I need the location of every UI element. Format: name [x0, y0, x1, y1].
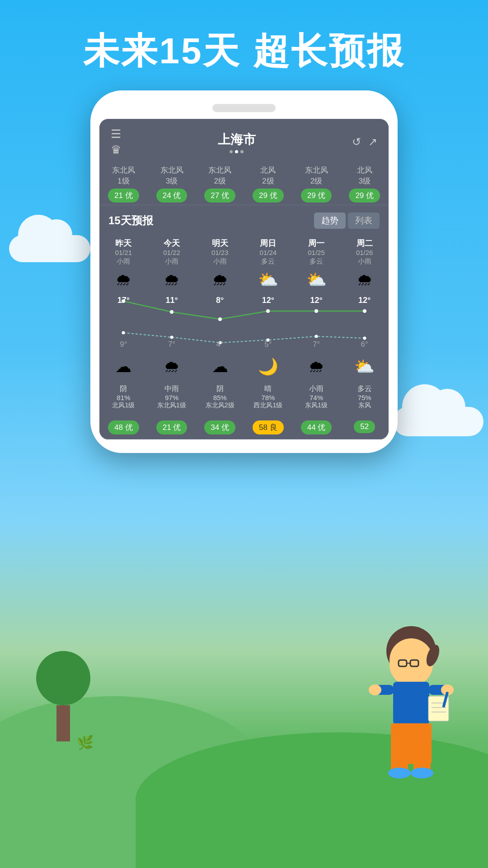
bottom-aqi-col-3: 34 优 — [196, 419, 244, 434]
bottom-aqi-badge-1: 48 优 — [108, 420, 139, 434]
wind-text-1: 东北风1级 — [99, 165, 148, 187]
city-name: 上海市 — [218, 131, 256, 148]
aqi-badge-4: 29 优 — [253, 189, 284, 203]
day-col-5: 周一 01/25 多云 — [292, 238, 341, 267]
bottom-weather-3: 阴 — [198, 384, 242, 394]
bottom-aqi-row: 48 优 21 优 34 优 58 良 44 优 52 — [99, 414, 389, 439]
svg-point-3 — [266, 309, 270, 313]
share-icon[interactable]: ↗ — [368, 136, 377, 148]
weather-icon-6: 🌧 — [340, 270, 389, 289]
bottom-wind-1: 北风1级 — [102, 401, 145, 410]
svg-point-11 — [363, 336, 366, 340]
day-col-6: 周二 01/26 小雨 — [340, 238, 389, 267]
bottom-col-6: 多云 75% 东风 — [340, 380, 389, 414]
temperature-chart: 17° 11° 8° 12° 12° 12° — [99, 293, 389, 352]
menu-icon[interactable]: ☰ — [111, 127, 121, 141]
character-svg — [361, 624, 461, 787]
forecast-header: 15天预报 趋势 列表 — [99, 205, 389, 234]
day-name-5: 周一 — [292, 238, 341, 249]
day-weather-5: 多云 — [292, 257, 341, 266]
svg-point-4 — [314, 309, 318, 313]
weather-icon-2: 🌧 — [148, 270, 196, 289]
day-col-2: 今天 01/22 小雨 — [148, 238, 196, 267]
svg-point-6 — [122, 331, 125, 334]
svg-point-14 — [389, 643, 433, 686]
bottom-aqi-badge-4: 58 良 — [253, 420, 284, 434]
dot-2 — [235, 150, 238, 153]
refresh-icon[interactable]: ↺ — [352, 136, 361, 148]
header-title: 未来15天 超长预报 — [0, 27, 488, 76]
low-temp-4: 5° — [244, 340, 292, 349]
svg-point-0 — [122, 299, 125, 303]
tab-trend[interactable]: 趋势 — [314, 212, 346, 229]
svg-point-5 — [363, 309, 366, 313]
page-dots — [218, 150, 256, 153]
bottom-weather-4: 晴 — [246, 384, 290, 394]
bottom-aqi-col-1: 48 优 — [99, 419, 148, 434]
aqi-badge-3: 27 优 — [204, 189, 235, 203]
day-weather-4: 多云 — [244, 257, 292, 266]
cloud-right — [393, 407, 483, 436]
phone-wrapper: ☰ ♛ 上海市 ↺ ↗ 东 — [90, 90, 398, 453]
crown-icon[interactable]: ♛ — [111, 143, 121, 157]
day-name-3: 明天 — [196, 238, 244, 249]
aqi-badge-1: 21 优 — [108, 189, 139, 203]
bottom-humidity-3: 85% — [198, 394, 242, 401]
bottom-aqi-badge-2: 21 优 — [156, 420, 188, 434]
days-header-row: 昨天 01/21 小雨 今天 01/22 小雨 明天 01/23 小雨 周日 0… — [99, 234, 389, 267]
low-temp-2: 7° — [148, 340, 196, 349]
phone-screen: ☰ ♛ 上海市 ↺ ↗ 东 — [99, 119, 389, 439]
day-date-6: 01/26 — [340, 249, 389, 256]
low-temp-3: 4° — [196, 340, 244, 349]
bottom-aqi-col-2: 21 优 — [148, 419, 196, 434]
svg-point-27 — [388, 768, 411, 778]
bottom-col-1: 阴 81% 北风1级 — [99, 380, 148, 414]
wind-col-2: 东北风3级 24 优 — [148, 165, 196, 203]
weather-icon-5: ⛅ — [292, 270, 341, 289]
bottom-icon-4: 🌙 — [244, 357, 292, 376]
aqi-badge-2: 24 优 — [156, 189, 188, 203]
bottom-aqi-badge-6: 52 — [354, 420, 375, 433]
wind-col-5: 东北风2级 29 优 — [292, 165, 341, 203]
wind-col-1: 东北风1级 21 优 — [99, 165, 148, 203]
character — [361, 624, 461, 787]
bottom-wind-2: 东北风1级 — [150, 401, 194, 410]
day-date-2: 01/22 — [148, 249, 196, 256]
weather-icons-row: 🌧 🌧 🌧 ⛅ ⛅ 🌧 — [99, 267, 389, 293]
svg-point-1 — [170, 310, 174, 314]
forecast-title: 15天预报 — [108, 213, 153, 228]
bottom-col-4: 晴 78% 西北风1级 — [244, 380, 292, 414]
tree-top — [36, 651, 90, 705]
bottom-aqi-col-6: 52 — [340, 419, 389, 434]
bottom-humidity-1: 81% — [102, 394, 145, 401]
header-right-icons: ↺ ↗ — [352, 136, 377, 148]
wind-text-6: 北风3级 — [340, 165, 389, 187]
bottom-wind-4: 西北风1级 — [246, 401, 290, 410]
day-col-4: 周日 01/24 多云 — [244, 238, 292, 267]
bottom-weather-1: 阴 — [102, 384, 145, 394]
tree-trunk — [56, 705, 70, 741]
cloud-left — [9, 235, 90, 262]
svg-point-10 — [315, 335, 318, 338]
low-temp-6: 6° — [340, 340, 389, 349]
weather-icon-3: 🌧 — [196, 270, 244, 289]
wind-text-5: 东北风2级 — [292, 165, 341, 187]
aqi-badge-5: 29 优 — [301, 189, 332, 203]
bottom-aqi-col-4: 58 良 — [244, 419, 292, 434]
bottom-humidity-2: 97% — [150, 394, 194, 401]
svg-point-7 — [170, 335, 174, 339]
tab-list[interactable]: 列表 — [348, 212, 380, 229]
svg-point-28 — [411, 768, 433, 778]
wind-col-3: 东北风2级 27 优 — [196, 165, 244, 203]
forecast-tabs: 趋势 列表 — [314, 212, 380, 229]
bottom-wind-6: 东风 — [343, 401, 386, 410]
low-temp-1: 9° — [99, 340, 148, 349]
bottom-data-row: 阴 81% 北风1级 中雨 97% 东北风1级 阴 85% 东北风2级 晴 78… — [99, 380, 389, 414]
bottom-humidity-4: 78% — [246, 394, 290, 401]
day-date-5: 01/25 — [292, 249, 341, 256]
bottom-icon-3: ☁ — [196, 357, 244, 376]
bottom-col-3: 阴 85% 东北风2级 — [196, 380, 244, 414]
wind-text-3: 东北风2级 — [196, 165, 244, 187]
bottom-weather-5: 小雨 — [295, 384, 338, 394]
bottom-col-5: 小雨 74% 东风1级 — [292, 380, 341, 414]
